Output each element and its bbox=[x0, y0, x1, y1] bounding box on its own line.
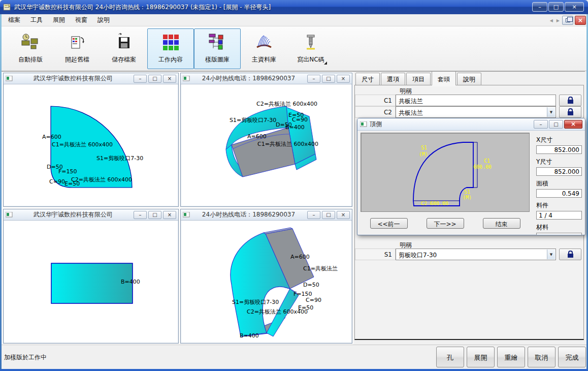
chevron-down-icon[interactable]: ▼ bbox=[547, 107, 555, 117]
viewport-titlebar[interactable]: 24小时热线电话：18986290037 – □ × bbox=[181, 209, 352, 221]
restore-window-icon bbox=[566, 18, 570, 22]
dialog-maximize-button[interactable]: □ bbox=[549, 120, 563, 129]
viewport-title: 武汉华宇诚数控科技有限公司 bbox=[13, 74, 134, 83]
close-icon: × bbox=[572, 4, 576, 10]
dialog-titlebar[interactable]: 頂側 – □ × bbox=[357, 118, 585, 131]
lock-button-s1[interactable] bbox=[559, 249, 581, 260]
minimize-button[interactable]: – bbox=[532, 2, 547, 12]
dim-label: S1=剪板咬口7-30 bbox=[96, 154, 143, 162]
viewport-minimize-button[interactable]: – bbox=[134, 211, 147, 219]
prev-button[interactable]: <<前一 bbox=[370, 218, 408, 229]
menu-window[interactable]: 視窗 bbox=[70, 14, 92, 26]
viewport-bottom-right[interactable]: 24小时热线电话：18986290037 – □ × bbox=[180, 209, 352, 344]
statusbar: 加樣版於工作中 孔 展開 重繪 取消 完成 bbox=[0, 345, 588, 369]
chevron-down-icon[interactable]: ▼ bbox=[547, 250, 555, 259]
menu-help[interactable]: 說明 bbox=[92, 14, 115, 26]
write-nc-button[interactable]: 寫出NC碼 bbox=[287, 28, 334, 69]
viewport-close-button[interactable]: × bbox=[163, 211, 176, 219]
main-database-button[interactable]: 主資料庫 bbox=[241, 28, 287, 69]
redraw-button[interactable]: 重繪 bbox=[497, 347, 525, 367]
next-button[interactable]: 下一>> bbox=[427, 218, 464, 229]
lock-button-c2[interactable] bbox=[559, 106, 581, 118]
viewport-close-button[interactable]: × bbox=[163, 75, 176, 83]
open-file-button[interactable]: 開起舊檔 bbox=[54, 28, 101, 69]
viewport-bottom-left[interactable]: 武汉华宇诚数控科技有限公司 – □ × B=400 bbox=[3, 209, 179, 344]
viewport-title: 24小时热线电话：18986290037 bbox=[190, 74, 307, 83]
menu-unfold[interactable]: 展開 bbox=[48, 14, 70, 26]
nav-left-icon[interactable]: ◀ bbox=[549, 18, 554, 23]
dropdown-value: 剪板咬口7-30 bbox=[399, 251, 437, 260]
viewport-canvas[interactable]: C2=共板法兰 600x400 S1=剪板咬口7-30 E=50 C=90 D=… bbox=[181, 85, 351, 206]
viewport-minimize-button[interactable]: – bbox=[134, 75, 147, 83]
top-side-dialog[interactable]: 頂側 – □ × S1 (M) C1 600.00 S1 (M) C2 600.… bbox=[357, 118, 585, 235]
template-library-button[interactable]: 樣版圖庫 bbox=[194, 28, 241, 69]
viewport-maximize-button[interactable]: □ bbox=[148, 75, 161, 83]
work-content-button[interactable]: 工作內容 bbox=[147, 28, 194, 69]
lock-button-c1[interactable] bbox=[559, 95, 581, 106]
close-button[interactable]: × bbox=[565, 2, 584, 12]
window-frame-bottom bbox=[0, 369, 588, 371]
viewport-top-left[interactable]: 武汉华宇诚数控科技有限公司 – □ × A=600 C1=共板法兰 600x40… bbox=[3, 73, 179, 207]
tab-options[interactable]: 選項 bbox=[381, 73, 405, 85]
part-index-field[interactable]: 1 / 4 bbox=[536, 211, 582, 220]
save-file-icon bbox=[113, 32, 135, 52]
auto-layout-button[interactable]: 自動排版 bbox=[7, 28, 54, 69]
canvas-label: (M) bbox=[463, 195, 472, 200]
tab-dimensions[interactable]: 尺寸 bbox=[355, 73, 380, 85]
viewport-minimize-button[interactable]: – bbox=[307, 211, 320, 219]
cancel-button[interactable]: 取消 bbox=[528, 347, 556, 367]
dialog-close-button[interactable]: × bbox=[564, 120, 582, 129]
tab-collar[interactable]: 套頭 bbox=[432, 71, 456, 85]
viewport-minimize-button[interactable]: – bbox=[307, 75, 320, 83]
dim-label: C=90 bbox=[306, 297, 321, 303]
dim-label: B=400 bbox=[240, 332, 259, 339]
connector-c1-field[interactable]: 共板法兰 bbox=[396, 95, 556, 106]
toolbar-overflow-icon[interactable] bbox=[324, 61, 327, 65]
viewport-maximize-button[interactable]: □ bbox=[148, 211, 161, 219]
viewport-close-button[interactable]: × bbox=[337, 75, 350, 83]
menu-file[interactable]: 檔案 bbox=[3, 14, 25, 26]
menu-tools[interactable]: 工具 bbox=[25, 14, 48, 26]
tab-help[interactable]: 說明 bbox=[457, 73, 481, 85]
end-button[interactable]: 结束 bbox=[483, 218, 520, 229]
material-field[interactable] bbox=[536, 233, 582, 235]
x-size-field[interactable]: 852.000 bbox=[536, 145, 582, 154]
viewport-icon bbox=[183, 212, 190, 218]
unfold-button[interactable]: 展開 bbox=[467, 347, 495, 367]
main-database-icon bbox=[253, 32, 275, 52]
canvas-label: C1 bbox=[484, 158, 490, 164]
menubar: 檔案 工具 展開 視窗 說明 ◀ ▶ × bbox=[0, 14, 588, 26]
viewport-icon bbox=[6, 76, 13, 81]
viewport-close-button[interactable]: × bbox=[337, 211, 350, 219]
mdi-restore-button[interactable] bbox=[562, 16, 573, 25]
dim-label: A=600 bbox=[42, 134, 61, 140]
tab-items[interactable]: 項目 bbox=[406, 73, 431, 85]
connector-c2-dropdown[interactable]: 共板法兰 ▼ bbox=[396, 106, 556, 118]
viewport-maximize-button[interactable]: □ bbox=[322, 211, 335, 219]
maximize-button[interactable]: □ bbox=[548, 2, 564, 12]
field-label: Y尺寸 bbox=[536, 158, 583, 166]
auto-layout-icon bbox=[20, 32, 41, 52]
save-file-button[interactable]: 儲存檔案 bbox=[101, 28, 147, 69]
hole-button[interactable]: 孔 bbox=[436, 347, 464, 367]
dialog-fields: X尺寸 852.000 Y尺寸 852.000 面積 0.549 料件 1 / … bbox=[536, 136, 583, 235]
viewport-titlebar[interactable]: 武汉华宇诚数控科技有限公司 – □ × bbox=[4, 209, 178, 221]
y-size-field[interactable]: 852.000 bbox=[536, 167, 582, 176]
viewport-maximize-button[interactable]: □ bbox=[322, 75, 335, 83]
viewport-titlebar[interactable]: 武汉华宇诚数控科技有限公司 – □ × bbox=[4, 73, 178, 84]
viewport-canvas[interactable]: A=600 C1=共板法兰 D=50 F=150 C=90 E=50 S1=剪板… bbox=[181, 221, 351, 343]
nav-right-icon[interactable]: ▶ bbox=[556, 18, 561, 23]
seam-s1-dropdown[interactable]: 剪板咬口7-30 ▼ bbox=[396, 249, 556, 260]
viewport-top-right[interactable]: 24小时热线电话：18986290037 – □ × bbox=[180, 73, 352, 207]
viewport-titlebar[interactable]: 24小时热线电话：18986290037 – □ × bbox=[181, 73, 352, 84]
minimize-icon: – bbox=[313, 76, 315, 81]
finish-button[interactable]: 完成 bbox=[558, 347, 586, 367]
mdi-area: 武汉华宇诚数控科技有限公司 – □ × A=600 C1=共板法兰 600x40… bbox=[0, 71, 353, 345]
tab-bar: 尺寸 選項 項目 套頭 說明 bbox=[355, 73, 482, 85]
profile-preview-canvas[interactable]: S1 (M) C1 600.00 S1 (M) C2 600.00 bbox=[361, 133, 530, 212]
viewport-canvas[interactable]: B=400 bbox=[4, 221, 178, 343]
area-field[interactable]: 0.549 bbox=[536, 189, 582, 198]
dialog-minimize-button[interactable]: – bbox=[534, 120, 548, 129]
mdi-close-button[interactable]: × bbox=[575, 16, 586, 25]
viewport-canvas[interactable]: A=600 C1=共板法兰 600x400 S1=剪板咬口7-30 D=50 F… bbox=[4, 85, 178, 206]
